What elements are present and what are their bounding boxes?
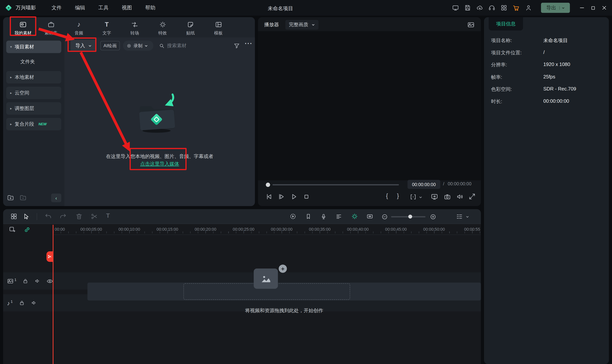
- filter-icon[interactable]: [234, 42, 240, 49]
- add-media-badge[interactable]: +: [279, 264, 287, 273]
- tab-stickers[interactable]: 贴纸: [178, 18, 203, 38]
- chevron-down-icon[interactable]: [466, 215, 469, 219]
- zoom-slider-handle[interactable]: [408, 215, 412, 219]
- annotation-box-import-link: [130, 148, 186, 170]
- save-icon[interactable]: [464, 4, 471, 11]
- text-tool-icon[interactable]: T: [106, 212, 110, 219]
- cloud-upload-icon[interactable]: [476, 4, 483, 11]
- info-label: 色彩空间:: [491, 86, 512, 93]
- close-button[interactable]: [601, 5, 607, 11]
- cart-icon[interactable]: [512, 4, 520, 12]
- menu-file[interactable]: 文件: [52, 4, 62, 11]
- delete-icon[interactable]: [75, 213, 83, 220]
- volume-icon[interactable]: [456, 193, 464, 201]
- play-from-start-button[interactable]: [278, 193, 286, 201]
- auto-ripple-link-icon[interactable]: [23, 226, 31, 233]
- media-placeholder-thumb[interactable]: [254, 269, 278, 289]
- track-manager-icon[interactable]: [456, 213, 463, 220]
- playhead-scissors-handle[interactable]: [47, 251, 53, 262]
- search-input[interactable]: [167, 40, 218, 51]
- mute-track-icon[interactable]: [34, 278, 41, 284]
- template-icon: [214, 20, 222, 28]
- zoom-in-button[interactable]: [430, 213, 436, 220]
- add-to-timeline-icon[interactable]: [9, 226, 16, 233]
- sidebar-item-label: 复合片段: [15, 121, 34, 127]
- layout-grid-icon[interactable]: [10, 213, 18, 220]
- speech-to-text-icon[interactable]: [335, 213, 342, 220]
- display-icon[interactable]: [452, 4, 459, 11]
- hide-track-icon[interactable]: [47, 278, 53, 285]
- mark-range-icon[interactable]: [409, 193, 417, 201]
- mirror-to-display-icon[interactable]: [430, 193, 438, 201]
- tab-effects[interactable]: 特效: [150, 18, 175, 38]
- mark-out-icon[interactable]: }: [397, 193, 399, 199]
- render-preview-icon[interactable]: [289, 213, 297, 220]
- mute-track-icon[interactable]: [31, 300, 37, 306]
- menu-edit[interactable]: 编辑: [75, 4, 85, 11]
- maximize-button[interactable]: [590, 5, 596, 11]
- quality-dropdown[interactable]: 完整画质: [285, 20, 318, 30]
- smart-effect-icon[interactable]: [351, 213, 358, 220]
- tab-audio[interactable]: ♪ 音频: [66, 18, 91, 38]
- mark-in-icon[interactable]: {: [386, 193, 388, 199]
- delete-folder-icon[interactable]: [20, 194, 26, 201]
- playhead-line[interactable]: [52, 225, 53, 364]
- collapse-sidebar-button[interactable]: ‹: [51, 194, 61, 202]
- sidebar-item-folder[interactable]: 文件夹: [6, 56, 61, 67]
- redo-icon[interactable]: [59, 213, 67, 220]
- more-options-icon[interactable]: ···: [245, 40, 253, 48]
- sidebar-item-adjustment-layer[interactable]: ▸ 调整图层: [6, 102, 61, 115]
- zoom-out-button[interactable]: [381, 213, 388, 220]
- sidebar-item-cloud[interactable]: ▸ 云空间: [6, 87, 61, 99]
- marker-icon[interactable]: [305, 213, 312, 220]
- sidebar-item-local-media[interactable]: ▸ 本地素材: [6, 71, 61, 83]
- export-button[interactable]: 导出: [541, 3, 570, 13]
- new-folder-icon[interactable]: [7, 194, 14, 201]
- chevron-down-icon: [144, 44, 148, 47]
- chevron-left-icon: ‹: [55, 195, 57, 201]
- tab-stock-media[interactable]: 素材库: [39, 18, 64, 38]
- chevron-down-icon[interactable]: [419, 195, 422, 199]
- timeline-ruler[interactable]: 00:00 00:00:05:00 00:00:10:00 00:00:15:0…: [53, 225, 481, 235]
- info-value: /: [543, 50, 545, 55]
- minimize-button[interactable]: [579, 5, 585, 11]
- stop-button[interactable]: [302, 193, 310, 201]
- export-label: 导出: [546, 4, 556, 11]
- info-value: 25fps: [543, 74, 555, 80]
- lock-track-icon[interactable]: [19, 300, 25, 306]
- fit-timeline-icon[interactable]: [366, 213, 374, 220]
- undo-icon[interactable]: [45, 213, 52, 220]
- snapshot-camera-icon[interactable]: [443, 193, 451, 201]
- menu-view[interactable]: 视图: [122, 4, 132, 11]
- tab-project-info[interactable]: 项目信息: [489, 17, 523, 30]
- project-info-panel: 项目信息 项目名称: 未命名项目 项目文件位置: / 分辨率: 1920 x 1…: [484, 17, 609, 364]
- seek-handle[interactable]: [266, 183, 270, 187]
- app-logo-icon: [5, 4, 13, 12]
- record-button[interactable]: 录制: [123, 40, 154, 51]
- tab-text[interactable]: T 文字: [94, 18, 119, 38]
- split-scissors-icon[interactable]: [91, 213, 98, 220]
- tab-templates[interactable]: 模板: [206, 18, 231, 38]
- select-cursor-icon[interactable]: [23, 213, 30, 220]
- play-button[interactable]: [290, 193, 298, 201]
- sidebar-item-project-media[interactable]: ▾ 项目素材: [6, 40, 61, 53]
- account-icon[interactable]: [525, 4, 532, 11]
- transition-icon: [131, 20, 139, 28]
- seek-track[interactable]: [273, 184, 399, 185]
- apps-grid-icon[interactable]: [500, 4, 508, 11]
- tab-label: 特效: [158, 30, 167, 36]
- preview-image-icon[interactable]: [467, 21, 475, 28]
- menu-help[interactable]: 帮助: [145, 4, 155, 11]
- import-folder-illustration[interactable]: [135, 92, 182, 135]
- menu-tools[interactable]: 工具: [98, 4, 108, 11]
- sidebar-item-compound-clip[interactable]: ▸ 复合片段 NEW: [6, 118, 61, 130]
- text-icon: T: [105, 20, 109, 28]
- voiceover-mic-icon[interactable]: [320, 213, 327, 220]
- lock-track-icon[interactable]: [22, 278, 28, 284]
- fullscreen-icon[interactable]: [468, 193, 476, 200]
- tab-label: 模板: [214, 30, 223, 36]
- ai-paint-button[interactable]: AI绘画: [100, 41, 120, 50]
- tab-transitions[interactable]: 转场: [122, 18, 147, 38]
- support-headset-icon[interactable]: [488, 4, 495, 11]
- prev-frame-button[interactable]: [265, 193, 273, 201]
